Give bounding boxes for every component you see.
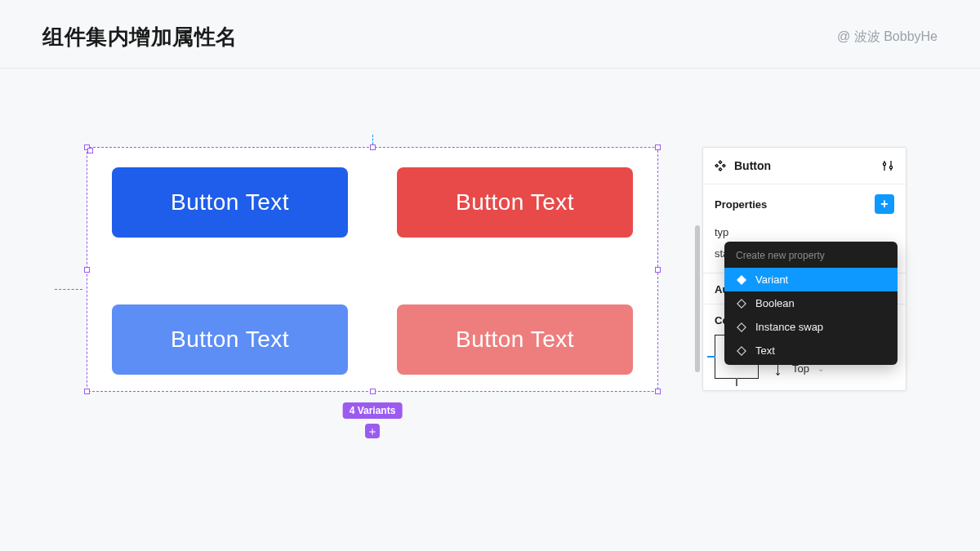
dropdown-item-label: Boolean [755,297,795,309]
adjust-icon[interactable] [881,159,894,172]
alignment-guide-horizontal [55,289,82,290]
chevron-down-icon: ⌄ [817,364,824,373]
create-property-dropdown: Create new property Variant Boolean Inst… [724,242,898,365]
panel-header: Button [703,148,906,184]
resize-handle[interactable] [370,389,376,394]
dropdown-item-text[interactable]: Text [724,339,898,365]
component-set-frame[interactable]: Button Text Button Text Button Text Butt… [87,147,658,392]
constraint-pin-bottom [736,378,737,386]
resize-handle[interactable] [84,144,90,150]
add-variant-button[interactable]: ＋ [365,424,380,438]
variant-button-danger-light[interactable]: Button Text [397,304,633,375]
variant-button-danger-default[interactable]: Button Text [397,167,633,238]
component-name-label: Button [734,159,771,172]
dropdown-item-label: Variant [755,273,788,286]
text-icon [736,345,747,357]
property-row[interactable]: typ [715,222,894,243]
resize-handle[interactable] [370,144,376,150]
resize-handle[interactable] [655,267,661,273]
variants-count-badge: 4 Variants [343,402,403,419]
boolean-icon [736,298,747,309]
alignment-guide-vertical [372,135,373,144]
variant-button-primary-light[interactable]: Button Text [112,304,348,375]
plus-icon: ＋ [367,425,378,437]
resize-handle[interactable] [84,389,90,394]
dropdown-title: Create new property [724,242,898,268]
resize-handle[interactable] [655,389,661,394]
panel-scrollbar[interactable] [695,225,700,372]
properties-heading: Properties [715,198,767,211]
svg-point-3 [889,166,892,168]
variant-button-primary-default[interactable]: Button Text [112,167,348,238]
plus-icon: + [880,197,888,211]
constraint-pin-left [707,356,715,358]
resize-handle[interactable] [655,144,661,150]
dropdown-item-instance-swap[interactable]: Instance swap [724,315,898,339]
author-credit: @ 波波 BobbyHe [837,29,938,46]
instance-swap-icon [736,322,747,333]
page-title: 组件集内增加属性名 [42,23,238,51]
add-property-button[interactable]: + [875,194,894,214]
variant-icon [736,274,747,286]
component-set-icon [715,160,726,171]
properties-panel: Button Properties + typ sta Au Co [702,147,906,391]
dropdown-item-boolean[interactable]: Boolean [724,291,898,315]
resize-handle[interactable] [84,267,90,273]
dropdown-item-label: Text [755,344,775,357]
dropdown-item-label: Instance swap [755,321,823,333]
dropdown-item-variant[interactable]: Variant [724,268,898,291]
svg-point-1 [883,162,885,165]
